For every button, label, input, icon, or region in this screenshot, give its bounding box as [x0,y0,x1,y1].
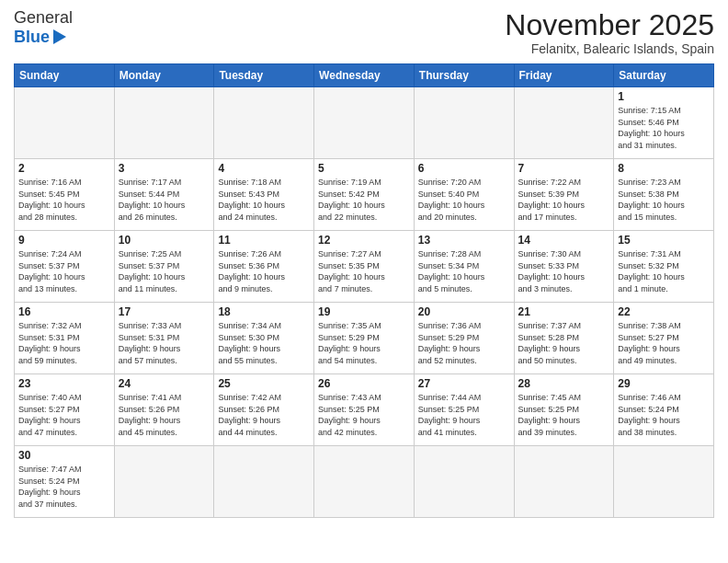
day-info: Sunrise: 7:31 AM Sunset: 5:32 PM Dayligh… [618,248,710,294]
calendar-cell: 25Sunrise: 7:42 AM Sunset: 5:26 PM Dayli… [214,374,314,446]
day-number: 11 [218,234,310,247]
calendar-page: General Blue November 2025 Felanitx, Bal… [0,0,728,563]
calendar-cell: 9Sunrise: 7:24 AM Sunset: 5:37 PM Daylig… [15,231,115,303]
day-info: Sunrise: 7:17 AM Sunset: 5:44 PM Dayligh… [119,177,210,223]
day-number: 15 [618,234,710,247]
day-number: 17 [119,305,210,318]
calendar-week-row: 9Sunrise: 7:24 AM Sunset: 5:37 PM Daylig… [15,231,714,303]
logo-general: General [14,8,73,27]
calendar-cell: 10Sunrise: 7:25 AM Sunset: 5:37 PM Dayli… [114,231,214,303]
calendar-cell [514,87,614,159]
calendar-cell [214,446,314,518]
day-info: Sunrise: 7:22 AM Sunset: 5:39 PM Dayligh… [518,177,610,223]
calendar-cell: 24Sunrise: 7:41 AM Sunset: 5:26 PM Dayli… [114,374,214,446]
day-info: Sunrise: 7:37 AM Sunset: 5:28 PM Dayligh… [518,320,610,366]
day-info: Sunrise: 7:16 AM Sunset: 5:45 PM Dayligh… [18,177,110,223]
day-info: Sunrise: 7:44 AM Sunset: 5:25 PM Dayligh… [418,392,510,438]
calendar-cell: 20Sunrise: 7:36 AM Sunset: 5:29 PM Dayli… [414,303,514,374]
calendar-cell: 3Sunrise: 7:17 AM Sunset: 5:44 PM Daylig… [114,159,214,231]
day-info: Sunrise: 7:23 AM Sunset: 5:38 PM Dayligh… [618,177,710,223]
day-number: 22 [618,305,710,318]
calendar-header-thursday: Thursday [414,64,514,87]
calendar-cell: 5Sunrise: 7:19 AM Sunset: 5:42 PM Daylig… [314,159,415,231]
logo-blue: Blue [14,28,50,47]
calendar-week-row: 23Sunrise: 7:40 AM Sunset: 5:27 PM Dayli… [15,374,714,446]
calendar-header-monday: Monday [114,64,214,87]
day-info: Sunrise: 7:27 AM Sunset: 5:35 PM Dayligh… [318,248,410,294]
calendar-cell: 23Sunrise: 7:40 AM Sunset: 5:27 PM Dayli… [15,374,115,446]
day-number: 21 [518,305,610,318]
day-number: 8 [618,162,710,175]
day-number: 18 [218,305,310,318]
month-title: November 2025 [505,9,714,41]
calendar-cell: 28Sunrise: 7:45 AM Sunset: 5:25 PM Dayli… [514,374,614,446]
day-number: 28 [518,377,610,390]
day-info: Sunrise: 7:34 AM Sunset: 5:30 PM Dayligh… [218,320,310,366]
calendar-cell: 21Sunrise: 7:37 AM Sunset: 5:28 PM Dayli… [514,303,614,374]
day-info: Sunrise: 7:41 AM Sunset: 5:26 PM Dayligh… [119,392,210,438]
day-number: 27 [418,377,510,390]
calendar-cell: 1Sunrise: 7:15 AM Sunset: 5:46 PM Daylig… [614,87,714,159]
calendar-cell: 14Sunrise: 7:30 AM Sunset: 5:33 PM Dayli… [514,231,614,303]
calendar-cell: 30Sunrise: 7:47 AM Sunset: 5:24 PM Dayli… [15,446,115,518]
day-info: Sunrise: 7:46 AM Sunset: 5:24 PM Dayligh… [618,392,710,438]
calendar-cell: 17Sunrise: 7:33 AM Sunset: 5:31 PM Dayli… [114,303,214,374]
day-info: Sunrise: 7:35 AM Sunset: 5:29 PM Dayligh… [318,320,410,366]
day-number: 25 [218,377,310,390]
day-number: 19 [318,305,410,318]
day-info: Sunrise: 7:32 AM Sunset: 5:31 PM Dayligh… [18,320,110,366]
day-info: Sunrise: 7:42 AM Sunset: 5:26 PM Dayligh… [218,392,310,438]
calendar-cell [614,446,714,518]
calendar-cell: 4Sunrise: 7:18 AM Sunset: 5:43 PM Daylig… [214,159,314,231]
calendar-cell: 19Sunrise: 7:35 AM Sunset: 5:29 PM Dayli… [314,303,415,374]
day-info: Sunrise: 7:24 AM Sunset: 5:37 PM Dayligh… [18,248,110,294]
calendar-cell [314,446,415,518]
calendar-cell: 29Sunrise: 7:46 AM Sunset: 5:24 PM Dayli… [614,374,714,446]
day-number: 23 [18,377,110,390]
day-info: Sunrise: 7:19 AM Sunset: 5:42 PM Dayligh… [318,177,410,223]
calendar-cell: 16Sunrise: 7:32 AM Sunset: 5:31 PM Dayli… [15,303,115,374]
day-number: 6 [418,162,510,175]
title-block: November 2025 Felanitx, Balearic Islands… [505,9,714,56]
day-number: 30 [18,449,110,462]
calendar-cell [15,87,115,159]
calendar-header-wednesday: Wednesday [314,64,415,87]
day-number: 16 [18,305,110,318]
day-number: 1 [618,90,710,103]
calendar-cell [214,87,314,159]
day-info: Sunrise: 7:40 AM Sunset: 5:27 PM Dayligh… [18,392,110,438]
calendar-week-row: 30Sunrise: 7:47 AM Sunset: 5:24 PM Dayli… [15,446,714,518]
header: General Blue November 2025 Felanitx, Bal… [14,9,714,56]
day-info: Sunrise: 7:18 AM Sunset: 5:43 PM Dayligh… [218,177,310,223]
day-info: Sunrise: 7:33 AM Sunset: 5:31 PM Dayligh… [119,320,210,366]
logo: General Blue [14,9,73,47]
calendar-cell [414,446,514,518]
day-number: 5 [318,162,410,175]
calendar-cell: 18Sunrise: 7:34 AM Sunset: 5:30 PM Dayli… [214,303,314,374]
day-info: Sunrise: 7:30 AM Sunset: 5:33 PM Dayligh… [518,248,610,294]
day-info: Sunrise: 7:47 AM Sunset: 5:24 PM Dayligh… [18,464,110,510]
calendar-cell: 12Sunrise: 7:27 AM Sunset: 5:35 PM Dayli… [314,231,415,303]
calendar-cell [114,446,214,518]
day-info: Sunrise: 7:45 AM Sunset: 5:25 PM Dayligh… [518,392,610,438]
day-number: 4 [218,162,310,175]
day-number: 13 [418,234,510,247]
calendar-cell: 8Sunrise: 7:23 AM Sunset: 5:38 PM Daylig… [614,159,714,231]
calendar-week-row: 16Sunrise: 7:32 AM Sunset: 5:31 PM Dayli… [15,303,714,374]
calendar-cell: 26Sunrise: 7:43 AM Sunset: 5:25 PM Dayli… [314,374,415,446]
calendar-cell: 2Sunrise: 7:16 AM Sunset: 5:45 PM Daylig… [15,159,115,231]
day-number: 3 [119,162,210,175]
day-info: Sunrise: 7:15 AM Sunset: 5:46 PM Dayligh… [618,105,710,151]
day-number: 2 [18,162,110,175]
calendar-week-row: 2Sunrise: 7:16 AM Sunset: 5:45 PM Daylig… [15,159,714,231]
day-number: 9 [18,234,110,247]
calendar-cell: 13Sunrise: 7:28 AM Sunset: 5:34 PM Dayli… [414,231,514,303]
calendar-cell: 6Sunrise: 7:20 AM Sunset: 5:40 PM Daylig… [414,159,514,231]
day-number: 26 [318,377,410,390]
calendar-cell: 11Sunrise: 7:26 AM Sunset: 5:36 PM Dayli… [214,231,314,303]
day-number: 7 [518,162,610,175]
calendar-header-friday: Friday [514,64,614,87]
day-info: Sunrise: 7:25 AM Sunset: 5:37 PM Dayligh… [119,248,210,294]
calendar-table: SundayMondayTuesdayWednesdayThursdayFrid… [14,63,714,518]
calendar-cell: 27Sunrise: 7:44 AM Sunset: 5:25 PM Dayli… [414,374,514,446]
